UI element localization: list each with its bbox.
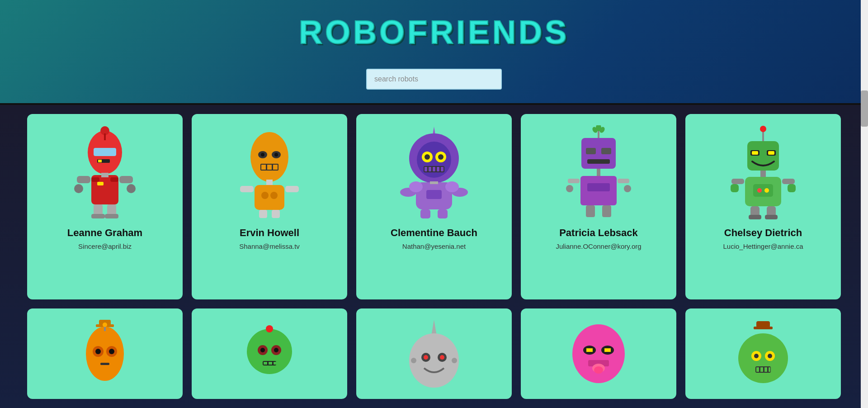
svg-rect-81 <box>752 151 758 155</box>
svg-point-86 <box>757 188 762 193</box>
svg-rect-82 <box>768 151 774 155</box>
svg-point-131 <box>594 366 603 374</box>
svg-rect-65 <box>601 148 611 154</box>
robot-grid: Leanne Graham Sincere@april.biz <box>0 105 868 408</box>
svg-point-98 <box>86 327 124 381</box>
svg-rect-95 <box>765 215 778 219</box>
robot-card-5[interactable]: Chelsey Dietrich Lucio_Hettinger@annie.c… <box>685 114 841 299</box>
robot-card-2[interactable]: Ervin Howell Shanna@melissa.tv <box>192 114 347 299</box>
svg-rect-67 <box>597 169 600 176</box>
robot-image-2 <box>196 123 343 223</box>
svg-point-101 <box>95 349 101 354</box>
svg-point-19 <box>250 132 288 182</box>
svg-rect-52 <box>426 190 442 199</box>
svg-point-43 <box>438 154 443 160</box>
svg-point-105 <box>103 323 107 327</box>
svg-point-102 <box>109 349 114 354</box>
svg-rect-51 <box>430 181 438 184</box>
svg-rect-9 <box>119 176 133 183</box>
svg-rect-28 <box>266 180 273 185</box>
svg-marker-116 <box>431 320 437 336</box>
robot-image-1 <box>32 123 178 223</box>
robot-image-6 <box>32 318 178 390</box>
svg-rect-64 <box>586 148 596 154</box>
svg-rect-142 <box>764 367 767 372</box>
robot-card-10[interactable] <box>685 308 841 399</box>
svg-rect-48 <box>437 167 439 171</box>
svg-rect-83 <box>760 171 766 177</box>
svg-rect-70 <box>568 179 580 183</box>
robot-card-9[interactable] <box>521 308 676 399</box>
robot-image-3 <box>361 123 507 223</box>
robot-name-5: Chelsey Dietrich <box>724 227 802 239</box>
svg-rect-69 <box>587 183 610 191</box>
search-input[interactable] <box>366 69 502 90</box>
svg-rect-27 <box>273 165 278 170</box>
svg-rect-89 <box>782 179 795 184</box>
svg-point-117 <box>409 333 459 388</box>
svg-point-34 <box>270 192 278 199</box>
svg-point-110 <box>260 348 265 352</box>
svg-point-121 <box>440 355 444 360</box>
robot-image-4 <box>525 123 672 223</box>
svg-rect-12 <box>97 182 104 185</box>
svg-point-106 <box>247 329 292 374</box>
svg-rect-71 <box>618 179 629 183</box>
svg-point-73 <box>624 185 631 192</box>
app-title: ROBOFRIENDS <box>299 14 569 51</box>
svg-rect-25 <box>261 165 266 170</box>
svg-point-77 <box>760 126 766 132</box>
svg-rect-7 <box>101 173 108 177</box>
robot-name-1: Leanne Graham <box>67 227 142 239</box>
scrollbar[interactable] <box>861 0 868 408</box>
svg-point-56 <box>445 181 459 192</box>
svg-point-124 <box>572 324 625 383</box>
robot-email-4: Julianne.OConner@kory.org <box>556 242 641 250</box>
robot-name-4: Patricia Lebsack <box>559 227 638 239</box>
svg-point-134 <box>738 333 788 383</box>
svg-rect-90 <box>731 184 739 192</box>
scrollbar-thumb[interactable] <box>861 90 868 127</box>
robot-card-1[interactable]: Leanne Graham Sincere@april.biz <box>27 114 183 299</box>
svg-point-137 <box>754 354 759 358</box>
robot-email-5: Lucio_Hettinger@annie.ca <box>723 242 803 250</box>
robot-email-1: Sincere@april.biz <box>78 242 132 250</box>
svg-rect-114 <box>269 362 272 365</box>
svg-rect-46 <box>429 167 431 171</box>
svg-rect-18 <box>110 177 118 182</box>
svg-rect-58 <box>438 209 448 218</box>
svg-rect-133 <box>754 327 773 329</box>
svg-rect-26 <box>267 165 272 170</box>
robot-card-6[interactable] <box>27 308 183 399</box>
svg-rect-16 <box>105 214 118 218</box>
svg-rect-2 <box>104 133 106 140</box>
svg-rect-91 <box>788 184 796 192</box>
robot-image-10 <box>690 318 836 390</box>
svg-rect-3 <box>94 148 116 156</box>
robot-email-2: Shanna@melissa.tv <box>239 242 300 250</box>
robot-card-4[interactable]: Patricia Lebsack Julianne.OConner@kory.o… <box>521 114 676 299</box>
robot-image-8 <box>361 318 507 390</box>
svg-rect-113 <box>264 362 267 365</box>
robot-card-3[interactable]: Clementine Bauch Nathan@yesenia.net <box>356 114 512 299</box>
robot-card-7[interactable] <box>192 308 347 399</box>
svg-point-11 <box>127 184 136 193</box>
svg-rect-45 <box>425 167 427 171</box>
svg-point-138 <box>768 354 772 358</box>
svg-rect-66 <box>587 159 610 164</box>
header: ROBOFRIENDS <box>0 0 868 105</box>
svg-rect-94 <box>749 215 761 219</box>
svg-point-123 <box>452 358 457 363</box>
robot-name-3: Clementine Bauch <box>391 227 477 239</box>
svg-rect-115 <box>274 362 276 365</box>
robot-card-8[interactable] <box>356 308 512 399</box>
svg-point-120 <box>424 355 428 360</box>
svg-rect-15 <box>91 214 105 218</box>
svg-point-122 <box>411 358 416 363</box>
svg-point-22 <box>261 153 264 157</box>
svg-rect-143 <box>769 367 770 372</box>
robot-email-3: Nathan@yesenia.net <box>402 242 466 250</box>
svg-point-23 <box>274 153 278 157</box>
svg-point-87 <box>764 188 769 193</box>
svg-point-107 <box>266 325 273 332</box>
